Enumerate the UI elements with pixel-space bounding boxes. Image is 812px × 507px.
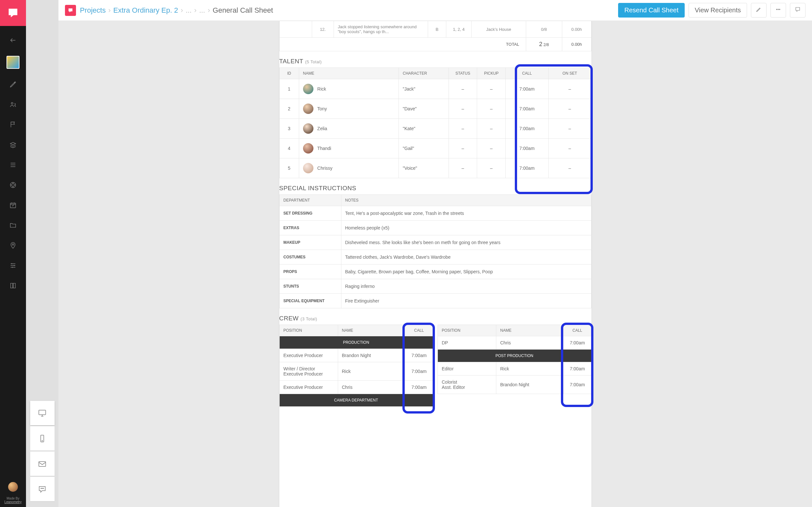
table-row: POST PRODUCTION: [438, 350, 592, 362]
svg-point-14: [43, 488, 44, 489]
svg-rect-11: [39, 461, 46, 466]
app-logo[interactable]: [0, 0, 26, 26]
crew-table-right: POSITION NAME CALL DPChris7:00amPOST PRO…: [438, 325, 592, 394]
view-recipients-button[interactable]: View Recipients: [689, 3, 747, 17]
talent-name-text: Rick: [317, 86, 326, 92]
flag-icon[interactable]: [8, 120, 17, 129]
col-name: NAME: [299, 68, 399, 79]
table-row: 1 Rick "Jack" – – 7:00am –: [279, 79, 591, 99]
table-row: SPECIAL EQUIPMENTFire Extinguisher: [279, 294, 591, 308]
table-row: CAMERA DEPARTMENT: [279, 394, 433, 407]
table-row: ColoristAsst. EditorBrandon Night7:00am: [438, 376, 592, 394]
talent-name-text: Zelia: [317, 126, 327, 131]
svg-point-13: [42, 488, 43, 489]
talent-count: (5 Total): [305, 59, 321, 64]
col-dept: DEPARTMENT: [279, 195, 341, 206]
col-onset: ON SET: [548, 68, 591, 79]
callsheet-icon: [65, 5, 76, 16]
svg-point-10: [42, 441, 43, 441]
table-row: EXTRASHomeless people (x5): [279, 221, 591, 235]
breadcrumb-ellipsis[interactable]: ...: [186, 6, 191, 15]
col-status: STATUS: [449, 68, 477, 79]
svg-point-0: [11, 103, 13, 105]
breadcrumb-current: General Call Sheet: [213, 6, 273, 15]
col-name: NAME: [338, 325, 405, 336]
col-call: CALL: [405, 325, 433, 336]
col-character: CHARACTER: [399, 68, 449, 79]
edit-icon[interactable]: [8, 80, 17, 89]
col-name: NAME: [496, 325, 564, 336]
col-id: ID: [279, 68, 299, 79]
back-icon[interactable]: [8, 36, 17, 45]
topbar: Projects › Extra Ordinary Ep. 2 › ... › …: [58, 0, 812, 21]
scenes-table-fragment: 12. Jack stopped listening somewhere aro…: [279, 21, 592, 51]
crew-title: CREW: [279, 315, 299, 322]
avatar: [303, 123, 313, 134]
avatar: [303, 84, 313, 94]
breadcrumb: Projects › Extra Ordinary Ep. 2 › ... › …: [80, 6, 273, 15]
left-rail: Made By Leanometry: [0, 0, 26, 507]
table-row: 3 Zelia "Kate" – – 7:00am –: [279, 119, 591, 138]
layers-icon[interactable]: [8, 140, 17, 149]
svg-point-12: [41, 488, 42, 489]
talent-title: TALENT: [279, 58, 303, 65]
col-position: POSITION: [438, 325, 496, 336]
svg-point-3: [14, 185, 15, 186]
table-row: DPChris7:00am: [438, 336, 592, 350]
svg-rect-8: [39, 410, 46, 414]
chevron-right-icon: ›: [194, 6, 197, 15]
resend-button[interactable]: Resend Call Sheet: [618, 3, 685, 17]
project-thumbnail[interactable]: [6, 56, 19, 69]
people-icon[interactable]: [8, 100, 17, 109]
location-icon[interactable]: [8, 241, 17, 250]
table-row: MAKEUPDisheveled mess. She looks like sh…: [279, 235, 591, 250]
svg-point-5: [11, 185, 12, 186]
folder-icon[interactable]: [8, 221, 17, 230]
chevron-right-icon: ›: [181, 6, 183, 15]
svg-point-2: [13, 183, 14, 184]
col-call: CALL: [506, 68, 549, 79]
table-row: COSTUMESTattered clothes, Jack's Wardrob…: [279, 250, 591, 265]
col-notes: NOTES: [341, 195, 591, 206]
col-call: CALL: [563, 325, 591, 336]
comments-button[interactable]: [790, 3, 806, 17]
instructions-table: DEPARTMENT NOTES SET DRESSINGTent, He's …: [279, 194, 592, 308]
table-row: Executive ProducerChris7:00am: [279, 381, 433, 394]
table-row: TOTAL 2 2/8 0.00h: [279, 38, 591, 51]
rail-footer: Made By Leanometry: [0, 482, 26, 504]
user-avatar[interactable]: [8, 482, 18, 492]
table-row: STUNTSRaging inferno: [279, 279, 591, 294]
preview-rail: [26, 0, 58, 507]
crew-table-left: POSITION NAME CALL PRODUCTIONExecutive P…: [279, 325, 433, 407]
avatar: [303, 143, 313, 154]
edit-button[interactable]: [751, 3, 766, 17]
table-row: 5 Chrissy "Voice" – – 7:00am –: [279, 158, 591, 178]
breadcrumb-ellipsis[interactable]: ...: [199, 6, 205, 15]
reel-icon[interactable]: [8, 180, 17, 189]
table-row: 2 Tony "Dave" – – 7:00am –: [279, 99, 591, 119]
svg-point-15: [776, 9, 777, 10]
sms-preview-button[interactable]: [30, 477, 55, 501]
email-preview-button[interactable]: [30, 451, 55, 476]
instructions-title: SPECIAL INSTRUCTIONS: [279, 178, 592, 194]
breadcrumb-projects[interactable]: Projects: [80, 6, 106, 15]
leanometry-link[interactable]: Leanometry: [5, 500, 22, 504]
svg-point-17: [779, 9, 780, 10]
chevron-right-icon: ›: [208, 6, 210, 15]
crew-count: (3 Total): [300, 317, 317, 321]
avatar: [303, 163, 313, 173]
table-row: PRODUCTION: [279, 336, 433, 349]
mobile-preview-button[interactable]: [30, 426, 55, 451]
sliders-icon[interactable]: [8, 261, 17, 270]
breadcrumb-episode[interactable]: Extra Ordinary Ep. 2: [113, 6, 178, 15]
talent-table: ID NAME CHARACTER STATUS PICKUP CALL ON …: [279, 67, 592, 178]
calendar-icon[interactable]: [8, 201, 17, 210]
list-icon[interactable]: [8, 160, 17, 169]
table-row: 12. Jack stopped listening somewhere aro…: [279, 21, 591, 38]
svg-point-16: [778, 9, 778, 10]
desktop-preview-button[interactable]: [30, 401, 55, 425]
book-icon[interactable]: [8, 281, 17, 290]
more-button[interactable]: [770, 3, 786, 17]
talent-name-text: Chrissy: [317, 166, 333, 171]
col-position: POSITION: [279, 325, 338, 336]
